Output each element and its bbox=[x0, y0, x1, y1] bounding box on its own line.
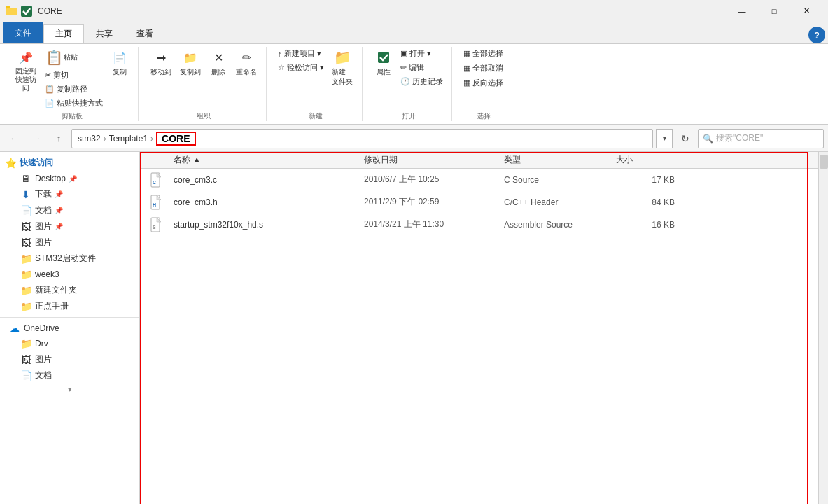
sidebar-scroll-down[interactable]: ▾ bbox=[0, 384, 139, 396]
path-segment-stm32[interactable]: stm32 bbox=[78, 134, 101, 144]
delete-button[interactable]: ✕ 删除 bbox=[206, 47, 231, 79]
path-sep-1: › bbox=[104, 134, 106, 144]
invert-icon: ▦ bbox=[463, 78, 470, 88]
sidebar-item-docs-od[interactable]: 📄 文档 bbox=[0, 368, 139, 384]
search-box[interactable]: 🔍 搜索"CORE" bbox=[698, 129, 824, 148]
open-button[interactable]: ▣ 打开 ▾ bbox=[398, 47, 446, 60]
select-all-button[interactable]: ▦ 全部选择 bbox=[461, 47, 506, 60]
quickaccess-label: 快速访问 bbox=[20, 157, 53, 169]
address-path[interactable]: stm32 › Template1 › CORE bbox=[71, 129, 653, 148]
delete-icon: ✕ bbox=[210, 49, 227, 66]
drv-label: Drv bbox=[35, 339, 48, 349]
copy-to-button[interactable]: 📁 复制到 bbox=[176, 47, 204, 79]
pictures2-label: 图片 bbox=[35, 237, 52, 248]
close-button[interactable]: ✕ bbox=[790, 0, 822, 22]
select-none-icon: ▦ bbox=[463, 64, 470, 73]
main-layout: ⭐ 快速访问 🖥 Desktop 📌 ⬇ 下载 📌 📄 文档 📌 🖼 图片 📌 bbox=[0, 152, 828, 504]
paste-button[interactable]: 📋 粘贴 bbox=[42, 47, 106, 68]
new-buttons: ↑ 新建项目 ▾ ☆ 轻松访问 ▾ 📁 新建文件夹 bbox=[275, 47, 356, 110]
tab-home[interactable]: 主页 bbox=[43, 24, 84, 43]
docs-od-icon: 📄 bbox=[20, 370, 32, 382]
copy-icon: 📄 bbox=[111, 49, 128, 66]
edit-button[interactable]: ✏ 编辑 bbox=[398, 61, 446, 74]
file-date-s: 2014/3/21 上午 11:30 bbox=[364, 218, 504, 230]
newfolder-icon: 📁 bbox=[20, 285, 32, 296]
sidebar-item-desktop[interactable]: 🖥 Desktop 📌 bbox=[0, 171, 139, 186]
refresh-button[interactable]: ↻ bbox=[675, 129, 695, 148]
clipboard-group-label: 剪贴板 bbox=[62, 110, 83, 121]
ribbon-tabs: 文件 主页 共享 查看 ? bbox=[0, 22, 828, 43]
open-group-label: 打开 bbox=[402, 110, 416, 121]
sidebar-item-documents[interactable]: 📄 文档 📌 bbox=[0, 202, 139, 218]
docs-od-label: 文档 bbox=[35, 370, 52, 382]
file-icon-s: S bbox=[140, 217, 174, 232]
column-header: 名称 ▲ 修改日期 类型 大小 bbox=[140, 152, 818, 169]
properties-label: 属性 bbox=[377, 67, 391, 77]
sidebar-item-stm32[interactable]: 📁 STM32启动文件 bbox=[0, 251, 139, 267]
sidebar-item-pictures[interactable]: 🖼 图片 📌 bbox=[0, 218, 139, 234]
quickaccess-icon: ⭐ bbox=[4, 158, 17, 169]
rename-label: 重命名 bbox=[236, 67, 257, 77]
sidebar-item-pictures-od[interactable]: 🖼 图片 bbox=[0, 351, 139, 368]
organize-group-label: 组织 bbox=[197, 110, 211, 121]
properties-button[interactable]: 属性 bbox=[371, 47, 396, 79]
scrollbar-thumb[interactable] bbox=[820, 155, 828, 169]
col-date-header[interactable]: 修改日期 bbox=[364, 154, 504, 166]
file-size-s: 16 KB bbox=[616, 220, 686, 230]
path-segment-core[interactable]: CORE bbox=[156, 132, 195, 146]
address-dropdown-button[interactable]: ▾ bbox=[656, 129, 673, 148]
sidebar-item-onedrive[interactable]: ☁ OneDrive bbox=[0, 321, 139, 336]
paste-shortcut-label: 粘贴快捷方式 bbox=[57, 98, 103, 108]
copy-button[interactable]: 📄 复制 bbox=[107, 47, 132, 79]
open-buttons: 属性 ▣ 打开 ▾ ✏ 编辑 🕐 历史记录 bbox=[371, 47, 446, 110]
tab-share[interactable]: 共享 bbox=[84, 24, 125, 43]
forward-button[interactable]: → bbox=[27, 129, 46, 148]
up-button[interactable]: ↑ bbox=[49, 129, 69, 148]
easy-access-button[interactable]: ☆ 轻松访问 ▾ bbox=[275, 61, 327, 74]
select-buttons: ▦ 全部选择 ▦ 全部取消 ▦ 反向选择 bbox=[461, 47, 506, 110]
file-item-core-c[interactable]: C core_cm3.c 2010/6/7 上午 10:25 C Source … bbox=[140, 169, 818, 191]
new-item-button[interactable]: ↑ 新建项目 ▾ bbox=[275, 47, 327, 60]
invert-label: 反向选择 bbox=[472, 78, 503, 88]
week3-label: week3 bbox=[35, 270, 59, 279]
tab-file[interactable]: 文件 bbox=[3, 22, 43, 43]
history-button[interactable]: 🕐 历史记录 bbox=[398, 75, 446, 88]
copy-path-button[interactable]: 📋 复制路径 bbox=[42, 83, 106, 96]
ribbon-content: 📌 固定到快速访问 📋 粘贴 ✂ 剪切 📋 复制路径 bbox=[0, 43, 828, 124]
sidebar-item-week3[interactable]: 📁 week3 bbox=[0, 267, 139, 282]
path-segment-template1[interactable]: Template1 bbox=[109, 134, 148, 144]
maximize-button[interactable]: □ bbox=[758, 0, 790, 22]
sidebar-item-downloads[interactable]: ⬇ 下载 📌 bbox=[0, 186, 139, 202]
sidebar-item-drv[interactable]: 📁 Drv bbox=[0, 336, 139, 351]
downloads-icon: ⬇ bbox=[20, 189, 32, 200]
pin-button[interactable]: 📌 固定到快速访问 bbox=[11, 47, 41, 94]
sidebar-item-newfolder[interactable]: 📁 新建文件夹 bbox=[0, 282, 139, 298]
select-all-icon: ▦ bbox=[463, 49, 470, 58]
open-sub-buttons: ▣ 打开 ▾ ✏ 编辑 🕐 历史记录 bbox=[398, 47, 446, 88]
col-type-header[interactable]: 类型 bbox=[504, 154, 616, 166]
scrollbar-track[interactable] bbox=[818, 152, 828, 504]
file-item-core-h[interactable]: H core_cm3.h 2011/2/9 下午 02:59 C/C++ Hea… bbox=[140, 191, 818, 214]
cut-button[interactable]: ✂ 剪切 bbox=[42, 69, 106, 82]
help-button[interactable]: ? bbox=[808, 27, 825, 43]
file-item-startup[interactable]: S startup_stm32f10x_hd.s 2014/3/21 上午 11… bbox=[140, 214, 818, 236]
rename-button[interactable]: ✏ 重命名 bbox=[232, 47, 260, 79]
new-folder-button[interactable]: 📁 新建文件夹 bbox=[328, 47, 356, 89]
minimize-button[interactable]: — bbox=[726, 0, 758, 22]
tab-view[interactable]: 查看 bbox=[125, 24, 165, 43]
properties-icon bbox=[375, 49, 392, 66]
col-name-header[interactable]: 名称 ▲ bbox=[140, 154, 364, 166]
invert-selection-button[interactable]: ▦ 反向选择 bbox=[461, 76, 506, 90]
back-button[interactable]: ← bbox=[4, 129, 24, 148]
search-placeholder: 搜索"CORE" bbox=[716, 132, 763, 144]
sidebar-item-manual[interactable]: 📁 正点手册 bbox=[0, 298, 139, 314]
copy-path-icon: 📋 bbox=[45, 85, 55, 94]
paste-shortcut-button[interactable]: 📄 粘贴快捷方式 bbox=[42, 97, 106, 110]
pictures-label: 图片 bbox=[35, 220, 52, 232]
file-name-c: core_cm3.c bbox=[174, 175, 364, 185]
col-size-header[interactable]: 大小 bbox=[616, 154, 686, 166]
sidebar-item-pictures2[interactable]: 🖼 图片 bbox=[0, 234, 139, 251]
select-none-button[interactable]: ▦ 全部取消 bbox=[461, 62, 506, 75]
ribbon-group-open: 属性 ▣ 打开 ▾ ✏ 编辑 🕐 历史记录 bbox=[365, 47, 452, 121]
move-button[interactable]: ➡ 移动到 bbox=[147, 47, 175, 79]
